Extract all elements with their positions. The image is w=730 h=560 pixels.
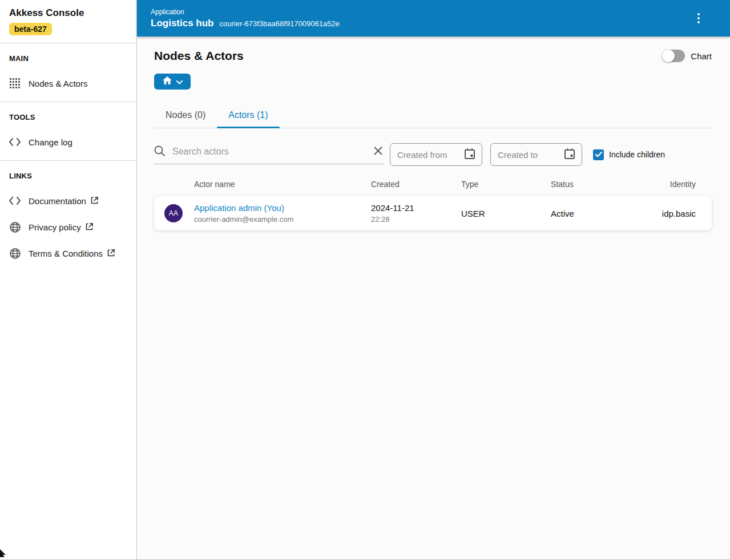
code-icon [9, 195, 21, 206]
sidebar-item-label: Nodes & Actors [29, 79, 87, 88]
sidebar-item-terms-conditions[interactable]: Terms & Conditions [9, 247, 127, 259]
tab-nodes[interactable]: Nodes (0) [154, 104, 217, 128]
header-app-name: Logistics hub [151, 18, 214, 29]
tab-bar: Nodes (0) Actors (1) [154, 104, 712, 128]
home-icon [163, 76, 172, 87]
grid-icon [9, 78, 21, 89]
sidebar-item-label: Change log [29, 137, 72, 147]
header-context-label: Application [151, 8, 689, 16]
col-identity: Identity [634, 180, 712, 189]
actor-type: USER [461, 209, 551, 218]
created-time: 22:28 [371, 215, 461, 224]
kebab-menu-icon[interactable] [689, 9, 708, 28]
app-title: Akkess Console [9, 7, 127, 19]
created-to-placeholder: Created to [498, 150, 564, 160]
chevron-down-icon [176, 78, 183, 86]
tab-actors[interactable]: Actors (1) [217, 104, 279, 128]
chart-toggle[interactable] [662, 50, 685, 62]
code-icon [9, 136, 21, 148]
section-label-links: LINKS [9, 172, 127, 180]
col-created: Created [371, 180, 461, 189]
actors-table: Actor name Created Type Status Identity … [154, 180, 712, 230]
checkbox-checked-icon [593, 149, 604, 160]
sidebar-section-links: LINKS Documentation [0, 161, 136, 271]
header-app-id: courier-673f3baa68f917009061a52e [220, 19, 340, 28]
node-picker-button[interactable] [154, 74, 191, 90]
app-branding: Akkess Console beta-627 [0, 0, 136, 43]
actor-name-link[interactable]: Application admin (You) [194, 203, 371, 213]
sidebar-item-label: Terms & Conditions [29, 249, 103, 258]
search-field[interactable] [154, 145, 384, 164]
page-content: Nodes & Actors Chart Nodes (0) [137, 36, 730, 559]
avatar: AA [164, 204, 183, 222]
sidebar-item-documentation[interactable]: Documentation [9, 195, 127, 206]
page-title: Nodes & Actors [154, 49, 244, 63]
created-from-placeholder: Created from [397, 150, 465, 160]
created-from-field[interactable]: Created from [390, 143, 482, 166]
search-icon [154, 145, 165, 159]
include-children-label: Include children [609, 150, 665, 159]
actor-status: Active [551, 209, 634, 218]
calendar-icon[interactable] [564, 148, 575, 161]
clear-search-icon[interactable] [374, 147, 382, 157]
actor-email: courrier-admin@example.com [194, 215, 371, 224]
globe-icon [9, 221, 21, 233]
col-avatar [154, 180, 194, 189]
include-children-checkbox[interactable]: Include children [593, 149, 665, 160]
chart-toggle-label: Chart [691, 51, 712, 61]
sidebar-item-privacy-policy[interactable]: Privacy policy [9, 221, 127, 233]
filters-row: Created from Created to [154, 143, 712, 166]
main-area: Application Logistics hub courier-673f3b… [137, 0, 730, 559]
created-date: 2024-11-21 [371, 203, 461, 213]
globe-icon [9, 247, 21, 259]
app-header: Application Logistics hub courier-673f3b… [137, 0, 730, 36]
sidebar: Akkess Console beta-627 MAIN Nodes & Act… [0, 0, 137, 559]
col-actor-name: Actor name [194, 180, 371, 189]
actor-identity: idp.basic [634, 209, 712, 218]
table-header-row: Actor name Created Type Status Identity [154, 180, 712, 196]
sidebar-item-label: Documentation [29, 196, 86, 206]
sidebar-section-main: MAIN Nodes & Actors [0, 43, 136, 102]
section-label-main: MAIN [9, 54, 127, 63]
sidebar-item-label: Privacy policy [29, 222, 81, 232]
calendar-icon[interactable] [465, 148, 475, 161]
sidebar-section-tools: TOOLS Change log [0, 102, 136, 160]
col-type: Type [461, 180, 551, 189]
sidebar-item-nodes-actors[interactable]: Nodes & Actors [9, 78, 127, 89]
section-label-tools: TOOLS [9, 113, 127, 121]
external-link-icon [107, 249, 115, 258]
external-link-icon [91, 196, 98, 206]
version-badge: beta-627 [9, 23, 52, 35]
table-row[interactable]: AA Application admin (You) courrier-admi… [154, 196, 712, 230]
sidebar-item-change-log[interactable]: Change log [9, 136, 127, 148]
search-input[interactable] [172, 147, 374, 157]
col-status: Status [551, 180, 634, 189]
chart-toggle-knob [662, 50, 675, 62]
mouse-cursor [0, 548, 8, 559]
external-link-icon [86, 222, 93, 232]
created-to-field[interactable]: Created to [490, 143, 582, 166]
